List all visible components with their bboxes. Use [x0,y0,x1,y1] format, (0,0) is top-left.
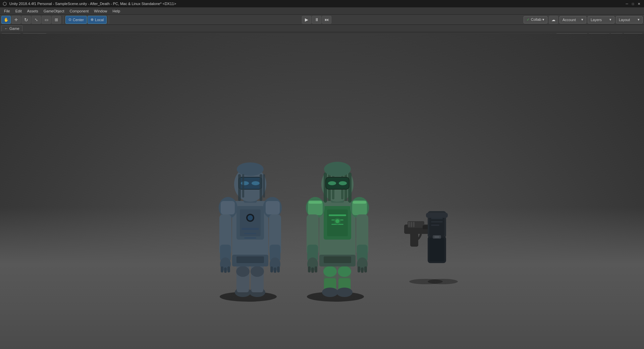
svg-rect-60 [329,214,346,216]
rect-tool-button[interactable]: ▭ [42,16,51,24]
svg-rect-69 [309,201,322,204]
svg-rect-14 [240,209,261,236]
svg-rect-101 [410,233,418,247]
svg-rect-114 [434,236,439,238]
collab-check-icon: ✓ [527,17,530,22]
svg-rect-112 [431,225,439,226]
step-button[interactable]: ⏭ [322,16,331,24]
svg-rect-29 [227,266,230,272]
space-button[interactable]: ⊕ Local [88,16,107,24]
close-button[interactable]: ✕ [637,1,641,6]
account-chevron-icon: ▾ [581,17,583,22]
svg-point-45 [248,215,253,220]
menu-assets[interactable]: Assets [24,8,41,14]
menu-help[interactable]: Help [110,8,123,14]
svg-rect-81 [361,267,364,273]
characters-scene [171,114,473,302]
layers-chevron-icon: ▾ [609,17,611,22]
play-controls: ▶ ⏸ ⏭ [111,16,522,24]
menu-window[interactable]: Window [91,8,110,14]
restore-button[interactable]: □ [631,1,635,6]
svg-rect-78 [311,267,314,273]
svg-point-95 [324,162,351,177]
layout-label: Layout [619,18,630,22]
minimize-button[interactable]: ─ [625,1,629,6]
svg-rect-109 [429,238,444,261]
game-tab[interactable]: ← Game [1,26,22,31]
layers-label: Layers [591,18,602,22]
menu-file[interactable]: File [1,8,13,14]
svg-rect-16 [236,256,264,263]
layers-button[interactable]: Layers ▾ [588,16,614,23]
svg-point-7 [251,266,264,277]
collab-button[interactable]: ✓ Collab ▾ [524,16,547,23]
menu-bar: File Edit Assets GameObject Component Wi… [0,7,644,15]
svg-rect-107 [426,213,448,218]
window-title: Unity 2018.4.4f1 Personal - SampleScene.… [9,2,625,6]
svg-rect-46 [241,228,259,230]
svg-point-6 [236,266,250,277]
pivot-icon: ⊙ [68,17,71,22]
svg-rect-40 [238,174,241,201]
pivot-button[interactable]: ⊙ Center [65,16,87,24]
svg-point-3 [428,279,458,284]
menu-component[interactable]: Component [67,8,91,14]
menu-gameobject[interactable]: GameObject [41,8,67,14]
space-label: Local [95,18,104,22]
menu-edit[interactable]: Edit [13,8,24,14]
svg-rect-80 [358,266,360,272]
right-toolbar: ✓ Collab ▾ ☁ Account ▾ Layers ▾ Layout ▾ [524,16,643,24]
svg-rect-64 [324,256,351,263]
svg-rect-27 [221,266,223,272]
game-tab-label: Game [9,27,19,31]
green-armor-character [306,162,369,297]
svg-rect-48 [244,237,256,239]
holster-item [426,211,448,263]
space-icon: ⊕ [91,17,94,22]
title-bar: ⬡ Unity 2018.4.4f1 Personal - SampleScen… [0,0,644,7]
dark-armor-character [219,162,282,297]
svg-point-55 [322,288,338,297]
pause-button[interactable]: ⏸ [312,16,321,24]
svg-rect-43 [263,174,265,198]
svg-rect-102 [408,222,410,227]
svg-rect-82 [364,266,367,272]
transform-tools-group: ✋ ✛ ↻ ⤡ ▭ ⊞ [1,16,63,24]
scale-tool-button[interactable]: ⤡ [32,16,41,24]
unity-logo-icon: ⬡ [3,1,7,6]
svg-rect-42 [260,174,262,201]
transform-tool-button[interactable]: ⊞ [52,16,61,24]
account-label: Account [562,18,576,22]
svg-point-39 [237,162,264,176]
svg-rect-111 [431,221,443,222]
pivot-space-group: ⊙ Center ⊕ Local [65,16,109,24]
svg-rect-104 [413,222,415,227]
hand-tool-button[interactable]: ✋ [1,16,11,24]
collab-label: Collab ▾ [531,17,544,22]
svg-point-93 [328,181,336,185]
svg-rect-77 [308,266,311,272]
svg-point-56 [336,288,353,297]
svg-point-97 [335,219,339,223]
svg-point-94 [339,181,347,185]
game-tab-arrow-icon: ← [4,27,8,31]
account-button[interactable]: Account ▾ [559,16,586,23]
move-tool-button[interactable]: ✛ [11,16,21,24]
svg-rect-31 [274,267,276,273]
layout-button[interactable]: Layout ▾ [616,16,643,23]
svg-rect-19 [221,201,235,214]
cloud-button[interactable]: ☁ [549,16,558,24]
rotate-tool-button[interactable]: ↻ [21,16,31,24]
svg-rect-79 [315,266,317,272]
svg-rect-11 [251,278,263,292]
main-toolbar: ✋ ✛ ↻ ⤡ ▭ ⊞ ⊙ Center ⊕ Local ▶ ⏸ ⏭ ✓ Col… [0,15,644,25]
svg-point-38 [252,181,260,185]
svg-point-37 [241,181,249,185]
svg-rect-41 [242,174,244,198]
game-viewport [0,34,644,349]
play-button[interactable]: ▶ [302,16,311,24]
svg-rect-20 [266,201,280,214]
svg-rect-32 [277,266,280,272]
svg-rect-30 [270,266,273,272]
svg-rect-99 [408,221,424,228]
